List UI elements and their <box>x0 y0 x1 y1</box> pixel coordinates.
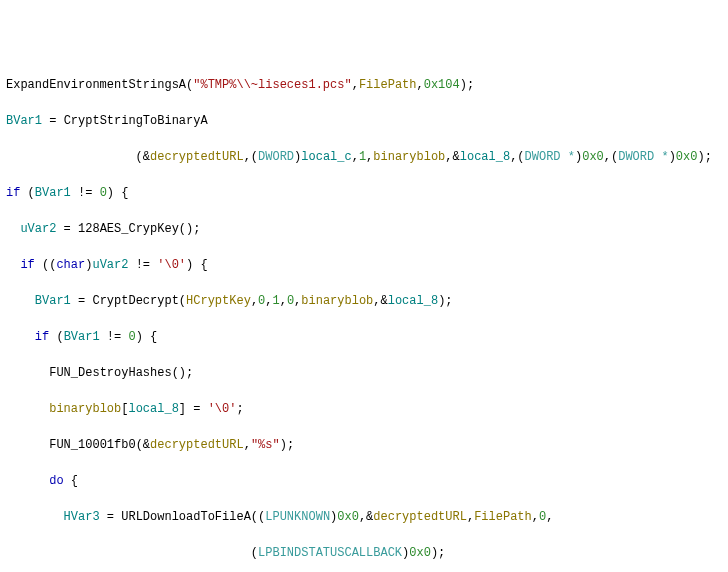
keyword: char <box>56 258 85 272</box>
keyword: do <box>49 474 63 488</box>
ident: binaryblob <box>301 294 373 308</box>
code-line: binaryblob[local_8] = '\0'; <box>6 400 722 418</box>
num-lit: 0x0 <box>337 510 359 524</box>
type-cast: LPUNKNOWN <box>265 510 330 524</box>
ident: binaryblob <box>49 402 121 416</box>
num-lit: 0 <box>539 510 546 524</box>
str-lit: "%TMP%\\~liseces1.pcs" <box>193 78 351 92</box>
ident: BVar1 <box>35 294 71 308</box>
ident: binaryblob <box>373 150 445 164</box>
num-lit: 0 <box>128 330 135 344</box>
keyword: if <box>6 186 20 200</box>
num-lit: 0x0 <box>582 150 604 164</box>
code-line: BVar1 = CryptStringToBinaryA <box>6 112 722 130</box>
ident: decryptedtURL <box>150 438 244 452</box>
code-line: if (BVar1 != 0) { <box>6 184 722 202</box>
type-cast: LPBINDSTATUSCALLBACK <box>258 546 402 560</box>
str-lit: '\0' <box>157 258 186 272</box>
ident: FilePath <box>474 510 532 524</box>
code-line: uVar2 = 128AES_CrypKey(); <box>6 220 722 238</box>
ident: uVar2 <box>92 258 128 272</box>
ident: BVar1 <box>6 114 42 128</box>
str-lit: '\0' <box>208 402 237 416</box>
num-lit: 0x104 <box>424 78 460 92</box>
ident: local_8 <box>388 294 438 308</box>
code-line: if (BVar1 != 0) { <box>6 328 722 346</box>
ident: local_8 <box>128 402 178 416</box>
ident: HVar3 <box>64 510 100 524</box>
ident: local_8 <box>460 150 510 164</box>
keyword: if <box>35 330 49 344</box>
type-cast: DWORD * <box>618 150 668 164</box>
num-lit: 0 <box>258 294 265 308</box>
fn-call: 128AES_CrypKey <box>78 222 179 236</box>
fn-call: ExpandEnvironmentStringsA <box>6 78 186 92</box>
code-line: if ((char)uVar2 != '\0') { <box>6 256 722 274</box>
str-lit: "%s" <box>251 438 280 452</box>
num-lit: 1 <box>359 150 366 164</box>
ident: BVar1 <box>35 186 71 200</box>
num-lit: 0 <box>287 294 294 308</box>
ident: HCryptKey <box>186 294 251 308</box>
ident: uVar2 <box>20 222 56 236</box>
code-line: (&decryptedtURL,(DWORD)local_c,1,binaryb… <box>6 148 722 166</box>
num-lit: 1 <box>272 294 279 308</box>
fn-call: FUN_DestroyHashes <box>49 366 171 380</box>
code-line: ExpandEnvironmentStringsA("%TMP%\\~lisec… <box>6 76 722 94</box>
num-lit: 0x0 <box>676 150 698 164</box>
code-line: BVar1 = CryptDecrypt(HCryptKey,0,1,0,bin… <box>6 292 722 310</box>
code-line: do { <box>6 472 722 490</box>
fn-call: FUN_10001fb0 <box>49 438 135 452</box>
ident: local_c <box>301 150 351 164</box>
ident: FilePath <box>359 78 417 92</box>
type-cast: DWORD * <box>525 150 575 164</box>
keyword: if <box>20 258 34 272</box>
code-line: (LPBINDSTATUSCALLBACK)0x0); <box>6 544 722 562</box>
code-line: FUN_DestroyHashes(); <box>6 364 722 382</box>
fn-call: URLDownloadToFileA <box>121 510 251 524</box>
ident: decryptedtURL <box>373 510 467 524</box>
code-line: HVar3 = URLDownloadToFileA((LPUNKNOWN)0x… <box>6 508 722 526</box>
fn-call: CryptDecrypt <box>92 294 178 308</box>
ident: decryptedtURL <box>150 150 244 164</box>
num-lit: 0 <box>100 186 107 200</box>
num-lit: 0x0 <box>409 546 431 560</box>
type-cast: DWORD <box>258 150 294 164</box>
code-line: FUN_10001fb0(&decryptedtURL,"%s"); <box>6 436 722 454</box>
fn-call: CryptStringToBinaryA <box>64 114 208 128</box>
ident: BVar1 <box>64 330 100 344</box>
